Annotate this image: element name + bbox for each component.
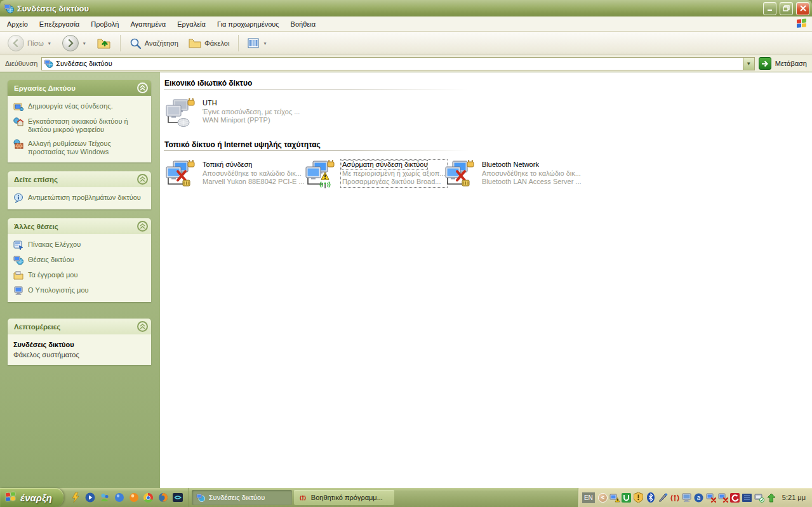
link-label: Τα έγγραφά μου <box>28 271 77 279</box>
green-arrow-icon[interactable] <box>766 492 776 503</box>
search-label: Αναζήτηση <box>145 39 178 47</box>
blue-ball-icon[interactable] <box>114 492 125 503</box>
system-monitor-icon[interactable] <box>682 492 692 503</box>
my-computer-icon <box>13 286 23 296</box>
folders-icon <box>189 38 201 48</box>
link-network-places[interactable]: Θέσεις δικτύου <box>13 256 146 265</box>
back-icon <box>8 35 24 51</box>
folders-button[interactable]: Φάκελοι <box>185 36 233 50</box>
connection-wireless[interactable]: Ασύρματη σύνδεση δικτύου Με περιορισμένη… <box>303 160 443 189</box>
task-home-network[interactable]: Εγκατάσταση οικιακού δικτύου ή δικτύου μ… <box>13 117 146 134</box>
utorrent-icon[interactable] <box>622 492 632 503</box>
titlebar[interactable]: Συνδέσεις δικτύου <box>0 0 812 16</box>
other-places-header[interactable]: Άλλες θέσεις <box>8 218 151 234</box>
network-tasks-header[interactable]: Εργασίες Δικτύου <box>8 80 151 96</box>
views-dropdown-icon[interactable]: ▾ <box>263 41 266 46</box>
forward-button[interactable]: ▾ <box>58 33 91 53</box>
collapse-chevron-icon[interactable] <box>137 174 148 185</box>
details-folder-type: Φάκελος συστήματος <box>13 351 146 359</box>
winamp-icon[interactable] <box>70 492 81 503</box>
up-button[interactable] <box>93 35 115 51</box>
network-connections-icon <box>196 493 205 502</box>
safely-remove-icon[interactable] <box>754 492 764 503</box>
forward-dropdown-icon[interactable]: ▾ <box>83 41 86 46</box>
connection-name: UTH <box>203 99 300 108</box>
menu-edit[interactable]: Επεξεργασία <box>34 18 85 30</box>
minimize-button[interactable] <box>763 2 776 15</box>
system-tray: EN < a 5:21 μμ <box>578 488 812 507</box>
firefox-icon[interactable] <box>157 492 169 503</box>
svg-text:a: a <box>697 494 701 501</box>
collapse-chevron-icon[interactable] <box>137 221 148 232</box>
connection-status: Με περιορισμένη ή χωρίς αξιοπ... <box>342 169 446 178</box>
a-ball-icon[interactable]: a <box>694 492 704 503</box>
panel-network-tasks: Εργασίες Δικτύου Δημιουργία νέας σύνδεση… <box>8 80 151 162</box>
up-folder-icon <box>97 37 111 49</box>
chrome-icon[interactable] <box>143 492 154 503</box>
connection-device: WAN Miniport (PPTP) <box>203 116 300 125</box>
link-network-troubleshooter[interactable]: Αντιμετώπιση προβλημάτων δικτύου <box>13 194 146 203</box>
other-places-title: Άλλες θέσεις <box>14 223 58 230</box>
menu-tools[interactable]: Εργαλεία <box>171 18 211 30</box>
network-x2-icon[interactable] <box>718 492 728 503</box>
toolbar-separator <box>120 35 121 51</box>
security-shield-icon[interactable] <box>634 492 644 503</box>
divx-icon[interactable] <box>172 492 183 503</box>
start-button[interactable]: έναρξη <box>0 488 63 507</box>
see-also-header[interactable]: Δείτε επίσης <box>8 171 151 187</box>
stylus-icon[interactable] <box>658 492 668 503</box>
wireless-utility-icon <box>298 493 307 502</box>
group-rule <box>164 150 469 151</box>
connection-name: Bluetooth Network <box>482 161 582 169</box>
connection-local-area[interactable]: Τοπική σύνδεση Αποσυνδέθηκε το καλώδιο δ… <box>164 160 303 189</box>
close-button[interactable] <box>796 2 809 15</box>
menu-file[interactable]: Αρχείο <box>1 18 34 30</box>
link-my-computer[interactable]: Ο Υπολογιστής μου <box>13 286 146 296</box>
menu-favorites[interactable]: Αγαπημένα <box>124 18 171 30</box>
menu-help[interactable]: Βοήθεια <box>285 18 321 30</box>
details-header[interactable]: Λεπτομέρειες <box>8 319 151 334</box>
connection-device: Bluetooth LAN Access Server ... <box>482 178 582 187</box>
language-indicator[interactable]: EN <box>582 492 595 503</box>
task-pane: Εργασίες Δικτύου Δημιουργία νέας σύνδεση… <box>0 72 160 488</box>
menu-advanced[interactable]: Για προχωρημένους <box>211 18 285 30</box>
bluetooth-icon[interactable] <box>646 492 656 503</box>
task-firewall-settings[interactable]: Αλλαγή ρυθμίσεων Τείχους προστασίας των … <box>13 140 146 156</box>
connection-uth[interactable]: UTH Έγινε αποσύνδεση, με τείχος ... WAN … <box>164 98 303 128</box>
back-button[interactable]: Πίσω ▾ <box>4 33 56 53</box>
network-x-icon[interactable] <box>706 492 716 503</box>
search-button[interactable]: Αναζήτηση <box>126 36 182 51</box>
antivirus-icon[interactable] <box>730 492 740 503</box>
menu-view[interactable]: Προβολή <box>85 18 124 30</box>
network-warning-icon[interactable] <box>609 492 620 503</box>
taskbar-window-wireless-utility[interactable]: Βοηθητικό πρόγραμμ... <box>294 490 394 505</box>
media-player-icon[interactable] <box>84 492 96 503</box>
panel-see-also: Δείτε επίσης Αντιμετώπιση προβλημάτων δι… <box>8 171 151 209</box>
collapse-chevron-icon[interactable] <box>137 82 148 93</box>
network-tasks-title: Εργασίες Δικτύου <box>14 84 76 92</box>
menubar: Αρχείο Επεξεργασία Προβολή Αγαπημένα Εργ… <box>0 16 812 32</box>
link-control-panel[interactable]: Πίνακας Ελέγχου <box>13 240 146 250</box>
back-dropdown-icon[interactable]: ▾ <box>48 41 51 46</box>
go-button[interactable] <box>759 57 771 70</box>
panel-other-places: Άλλες θέσεις Πίνακας Ελέγχου <box>8 218 151 302</box>
hide-icons-chevron[interactable]: < <box>598 493 608 503</box>
folder-view: Εικονικό ιδιωτικό δίκτυο <box>160 72 812 488</box>
connection-bluetooth[interactable]: Bluetooth Network Αποσυνδέθηκε το καλώδι… <box>443 160 583 189</box>
toolbar: Πίσω ▾ ▾ Αναζήτηση <box>0 32 812 55</box>
messenger-icon[interactable] <box>99 492 110 503</box>
task-new-connection[interactable]: Δημιουργία νέας σύνδεσης. <box>13 102 146 112</box>
address-input[interactable]: Συνδέσεις δικτύου ▼ <box>41 57 755 70</box>
window-title: Συνδέσεις δικτύου <box>17 4 760 13</box>
taskbar-window-network-connections[interactable]: Συνδέσεις δικτύου <box>192 490 292 505</box>
blue-grid-icon[interactable] <box>742 492 752 503</box>
restore-button[interactable] <box>780 2 793 15</box>
collapse-chevron-icon[interactable] <box>137 321 148 332</box>
task-buttons: Συνδέσεις δικτύου Βοηθητικό πρόγραμμ... <box>192 488 394 507</box>
views-button[interactable]: ▾ <box>244 36 271 50</box>
connection-name: Ασύρματη σύνδεση δικτύου <box>342 161 427 169</box>
address-dropdown-button[interactable]: ▼ <box>743 58 754 70</box>
orange-ball-icon[interactable] <box>128 492 140 503</box>
link-my-documents[interactable]: Τα έγγραφά μου <box>13 271 146 280</box>
wireless-utility-icon[interactable] <box>670 492 680 503</box>
